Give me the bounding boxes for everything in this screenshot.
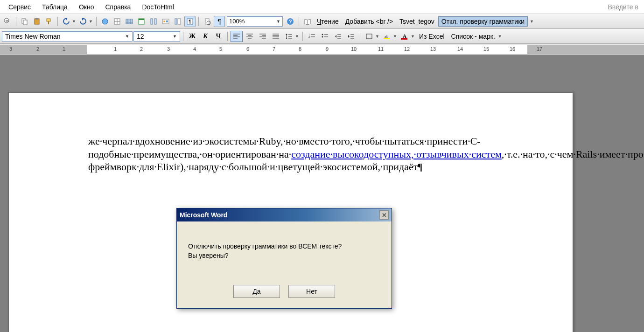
undo-icon[interactable] — [61, 16, 72, 27]
svg-rect-8 — [48, 21, 49, 24]
menu-doctohtml[interactable]: DocToHtml — [137, 1, 178, 13]
highlight-dropdown[interactable]: ▼ — [393, 34, 398, 39]
zoom-toggle-icon[interactable] — [202, 16, 213, 27]
italic-button[interactable]: К — [199, 31, 211, 42]
document-body[interactable]: же·черпал·вдохновение·из·экосистемы·Ruby… — [88, 135, 493, 173]
font-size-combo[interactable]: 12▼ — [133, 31, 180, 42]
align-center-icon[interactable] — [244, 31, 256, 42]
show-formatting-icon[interactable]: ¶ — [184, 16, 196, 27]
insert-table-icon[interactable] — [124, 16, 135, 27]
pilcrow-icon[interactable]: ¶ — [214, 16, 225, 27]
columns-icon[interactable] — [148, 16, 159, 27]
font-name-combo[interactable]: Times New Roman▼ — [2, 31, 133, 42]
menubar: Сервис Таблица Окно Справка DocToHtml Вв… — [0, 0, 644, 14]
dialog-titlebar[interactable]: Microsoft Word ✕ — [177, 208, 392, 221]
font-color-dropdown[interactable]: ▼ — [411, 34, 415, 39]
help-icon[interactable]: ? — [285, 16, 296, 27]
redo-icon[interactable] — [77, 16, 89, 27]
svg-rect-25 — [175, 19, 177, 24]
increase-indent-icon[interactable] — [345, 31, 357, 42]
formatting-options-dropdown[interactable]: ▼ — [498, 34, 503, 39]
format-painter-icon[interactable] — [43, 16, 55, 27]
svg-rect-19 — [139, 19, 144, 20]
dialog-body: Отключить проверку грамматики во ВСЕМ те… — [177, 221, 392, 281]
svg-point-59 — [322, 36, 323, 37]
numbered-list-icon[interactable]: 12 — [306, 31, 318, 42]
decrease-indent-icon[interactable] — [332, 31, 344, 42]
no-button[interactable]: Нет — [288, 285, 335, 298]
svg-rect-7 — [47, 19, 50, 21]
dialog-message-line2: Вы уверены? — [188, 251, 380, 261]
from-excel-button[interactable]: Из Excel — [416, 33, 448, 40]
toolbar-options-dropdown[interactable]: ▼ — [530, 19, 534, 24]
line-spacing-dropdown[interactable]: ▼ — [295, 34, 300, 39]
hyperlink-icon[interactable] — [99, 16, 111, 27]
drawing-icon[interactable] — [160, 16, 171, 27]
svg-text:2: 2 — [308, 35, 310, 38]
svg-rect-13 — [126, 19, 133, 24]
menu-service[interactable]: Сервис — [4, 1, 35, 13]
dialog-message-line1: Отключить проверку грамматики во ВСЕМ те… — [188, 242, 380, 251]
tsvet-tegov-button[interactable]: Tsvet_tegov — [397, 18, 437, 25]
text-segment: ,·т.е.·на·то,·с·чем·Rails·имеет·проблемы… — [502, 148, 644, 160]
align-right-icon[interactable] — [257, 31, 269, 42]
align-left-icon[interactable] — [231, 31, 243, 42]
confirm-dialog: Microsoft Word ✕ Отключить проверку грам… — [176, 208, 392, 309]
redo-dropdown[interactable]: ▼ — [89, 19, 93, 24]
link-high-availability[interactable]: создание·высокодоступных,·отзывчивых·сис… — [291, 148, 502, 160]
align-justify-icon[interactable] — [270, 31, 282, 42]
svg-rect-70 — [383, 38, 390, 39]
font-color-icon[interactable]: A — [399, 31, 411, 42]
svg-point-58 — [322, 34, 323, 35]
borders-dropdown[interactable]: ▼ — [375, 34, 380, 39]
svg-text:A: A — [403, 33, 406, 39]
highlight-icon[interactable]: ab — [381, 31, 393, 42]
copy-icon[interactable] — [19, 16, 30, 27]
underline-button[interactable]: Ч — [212, 31, 224, 42]
menu-table[interactable]: Таблица — [37, 1, 72, 13]
ruler[interactable]: 3 2 1 1 2 3 4 5 6 7 8 9 10 11 12 13 14 1… — [0, 44, 644, 55]
svg-rect-24 — [166, 21, 168, 22]
line-spacing-icon[interactable] — [283, 31, 295, 42]
svg-rect-6 — [35, 18, 38, 20]
undo-dropdown[interactable]: ▼ — [72, 19, 77, 24]
bulleted-list-icon[interactable] — [319, 31, 331, 42]
svg-rect-68 — [366, 34, 372, 39]
svg-rect-4 — [23, 20, 27, 25]
svg-text:?: ? — [289, 19, 292, 24]
disable-grammar-button[interactable]: Откл. проверку грамматики — [438, 16, 528, 27]
standard-toolbar: ▼ ▼ ¶ ¶ 100%▼ ? ЧЧтениетение Добавить <b… — [0, 14, 644, 29]
formatting-toolbar: Times New Roman▼ 12▼ Ж К Ч ▼ 12 ▼ ab ▼ A… — [0, 29, 644, 44]
svg-rect-21 — [154, 19, 156, 24]
search-icon[interactable] — [2, 16, 13, 27]
svg-point-9 — [102, 19, 108, 24]
add-br-button[interactable]: Добавить <br /> — [343, 18, 396, 25]
borders-icon[interactable] — [363, 31, 375, 42]
svg-point-23 — [163, 21, 165, 22]
bold-button[interactable]: Ж — [186, 31, 198, 42]
help-search-hint[interactable]: Введите в — [608, 3, 640, 11]
dialog-title-text: Microsoft Word — [180, 211, 227, 219]
insert-worksheet-icon[interactable] — [136, 16, 147, 27]
paste-icon[interactable] — [31, 16, 42, 27]
svg-rect-26 — [178, 19, 181, 24]
menu-help[interactable]: Справка — [100, 1, 135, 13]
document-map-icon[interactable] — [172, 16, 183, 27]
tables-borders-icon[interactable] — [112, 16, 123, 27]
menu-window[interactable]: Окно — [74, 1, 99, 13]
svg-text:¶: ¶ — [189, 19, 191, 24]
svg-rect-2 — [6, 21, 8, 21]
book-icon[interactable] — [302, 16, 313, 27]
svg-rect-1 — [6, 20, 8, 21]
close-icon[interactable]: ✕ — [379, 210, 389, 220]
svg-rect-20 — [151, 19, 153, 24]
marked-list-button[interactable]: Список - марк. — [448, 33, 498, 40]
zoom-combo[interactable]: 100%▼ — [227, 16, 283, 27]
svg-rect-72 — [401, 38, 407, 40]
reading-mode-button[interactable]: ЧЧтениетение — [314, 18, 342, 25]
yes-button[interactable]: Да — [233, 285, 280, 298]
